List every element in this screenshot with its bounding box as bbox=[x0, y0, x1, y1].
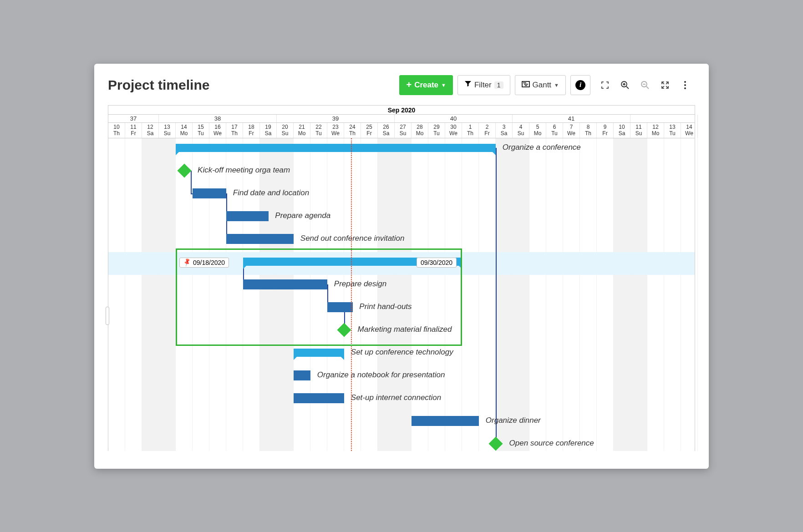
focus-icon bbox=[601, 81, 609, 89]
pin-icon: 📌 bbox=[182, 258, 192, 267]
day-cell: 9Fr bbox=[597, 123, 614, 138]
gantt-bar[interactable] bbox=[294, 393, 344, 403]
sel-start-date: 09/18/2020 bbox=[193, 259, 225, 266]
day-cell: 10Sa bbox=[614, 123, 630, 138]
gantt-timeline[interactable]: Sep 2020 3738394041 10Th11Fr12Sa13Su14Mo… bbox=[108, 105, 695, 451]
today-marker bbox=[351, 138, 352, 451]
chevron-down-icon: ▼ bbox=[554, 82, 559, 88]
gantt-bar[interactable] bbox=[294, 370, 310, 380]
selection-start-chip[interactable]: 📌09/18/2020 bbox=[179, 258, 229, 268]
task-label: Organize a notebook for presentation bbox=[317, 370, 445, 380]
week-cell: 39 bbox=[277, 115, 395, 122]
task-label: Kick-off meeting orga team bbox=[198, 166, 290, 175]
gantt-bar[interactable] bbox=[243, 279, 327, 289]
day-cell: 21Mo bbox=[294, 123, 310, 138]
svg-point-13 bbox=[684, 87, 686, 89]
day-cell: 6Tu bbox=[546, 123, 563, 138]
task-label: Set-up internet connection bbox=[351, 393, 441, 402]
expand-icon bbox=[661, 81, 669, 89]
day-header: 10Th11Fr12Sa13Su14Mo15Tu16We17Th18Fr19Sa… bbox=[108, 123, 695, 138]
gantt-bar[interactable] bbox=[327, 302, 353, 312]
day-cell: 14We bbox=[681, 123, 698, 138]
day-cell: 15Tu bbox=[193, 123, 209, 138]
fullscreen-button[interactable] bbox=[655, 75, 675, 95]
info-button[interactable]: i bbox=[570, 75, 590, 95]
day-cell: 3Sa bbox=[496, 123, 513, 138]
svg-point-11 bbox=[684, 81, 686, 83]
day-cell: 5Mo bbox=[529, 123, 546, 138]
day-cell: 29Tu bbox=[428, 123, 445, 138]
day-cell: 25Fr bbox=[361, 123, 378, 138]
day-cell: 11Su bbox=[630, 123, 647, 138]
week-cell bbox=[630, 115, 698, 122]
svg-line-9 bbox=[646, 86, 649, 89]
day-cell: 19Sa bbox=[260, 123, 277, 138]
gantt-bar[interactable] bbox=[193, 188, 226, 198]
week-cell: 41 bbox=[513, 115, 630, 122]
day-cell: 14Mo bbox=[176, 123, 193, 138]
day-cell: 17Th bbox=[226, 123, 243, 138]
day-cell: 20Su bbox=[277, 123, 294, 138]
zoom-in-button[interactable] bbox=[615, 75, 635, 95]
gantt-chart-body[interactable]: 📌09/18/202009/30/2020Organize a conferen… bbox=[108, 138, 695, 451]
view-switch-button[interactable]: Gantt ▼ bbox=[515, 75, 566, 95]
day-cell: 1Th bbox=[462, 123, 479, 138]
toolbar: Project timeline + Create ▼ Filter 1 Gan… bbox=[108, 75, 695, 95]
week-cell: 37 bbox=[108, 115, 159, 122]
create-label: Create bbox=[414, 81, 438, 90]
day-cell: 16We bbox=[209, 123, 226, 138]
day-cell: 13Su bbox=[159, 123, 176, 138]
day-cell: 8Th bbox=[580, 123, 597, 138]
week-header: 3738394041 bbox=[108, 115, 695, 123]
task-label: Set up conference technology bbox=[351, 348, 453, 357]
plus-icon: + bbox=[406, 80, 412, 90]
week-cell: 40 bbox=[395, 115, 513, 122]
day-cell: 7We bbox=[563, 123, 580, 138]
filter-count-badge: 1 bbox=[494, 81, 503, 89]
day-cell: 4Su bbox=[513, 123, 529, 138]
zoom-out-icon bbox=[640, 81, 650, 90]
svg-line-5 bbox=[626, 86, 629, 89]
gantt-group[interactable] bbox=[294, 349, 344, 357]
day-cell: 23We bbox=[327, 123, 344, 138]
app-frame: Project timeline + Create ▼ Filter 1 Gan… bbox=[94, 64, 709, 469]
day-cell: 22Tu bbox=[310, 123, 327, 138]
month-header: Sep 2020 bbox=[108, 106, 695, 115]
task-label: Marketing material finalized bbox=[358, 325, 452, 334]
selection-end-chip[interactable]: 09/30/2020 bbox=[417, 258, 457, 268]
day-cell: 18Fr bbox=[243, 123, 260, 138]
task-label: Prepare agenda bbox=[275, 211, 330, 220]
day-cell: 26Sa bbox=[378, 123, 395, 138]
day-cell: 11Fr bbox=[125, 123, 142, 138]
task-label: Print hand-outs bbox=[359, 302, 412, 311]
gantt-bar[interactable] bbox=[412, 416, 479, 426]
filter-button[interactable]: Filter 1 bbox=[457, 75, 510, 95]
task-label: Find date and location bbox=[233, 188, 309, 198]
gantt-bar[interactable] bbox=[226, 211, 269, 221]
svg-point-12 bbox=[684, 84, 686, 86]
kebab-icon bbox=[684, 81, 686, 89]
zen-mode-button[interactable] bbox=[595, 75, 615, 95]
day-cell: 12Mo bbox=[647, 123, 664, 138]
create-button[interactable]: + Create ▼ bbox=[399, 75, 453, 95]
zoom-out-button[interactable] bbox=[635, 75, 655, 95]
task-label: Organize a conference bbox=[503, 143, 581, 152]
week-cell: 38 bbox=[159, 115, 277, 122]
chevron-down-icon: ▼ bbox=[441, 82, 446, 88]
gantt-bar[interactable] bbox=[226, 234, 294, 244]
day-cell: 10Th bbox=[108, 123, 125, 138]
day-cell: 12Sa bbox=[142, 123, 159, 138]
split-handle[interactable] bbox=[106, 307, 109, 325]
more-button[interactable] bbox=[675, 75, 695, 95]
day-cell: 24Th bbox=[344, 123, 361, 138]
day-cell: 13Tu bbox=[664, 123, 681, 138]
day-cell: 28Mo bbox=[412, 123, 428, 138]
view-label: Gantt bbox=[533, 81, 552, 90]
page-title: Project timeline bbox=[108, 77, 399, 93]
gantt-group[interactable] bbox=[176, 144, 496, 152]
gantt-icon bbox=[522, 81, 530, 90]
task-label: Open source conference bbox=[509, 439, 594, 448]
zoom-in-icon bbox=[620, 81, 630, 90]
funnel-icon bbox=[464, 80, 472, 90]
day-cell: 30We bbox=[445, 123, 462, 138]
